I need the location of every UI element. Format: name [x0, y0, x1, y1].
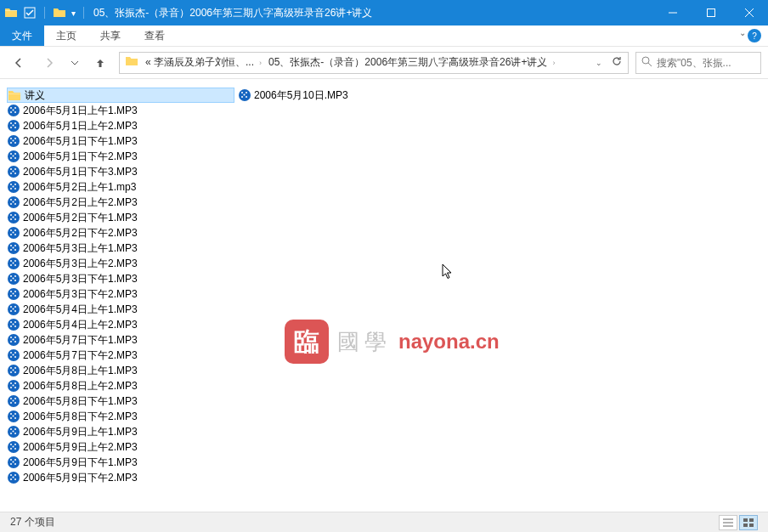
file-item[interactable]: 2006年5月9日下午1.MP3: [7, 455, 234, 470]
up-button[interactable]: [88, 51, 112, 75]
tab-file[interactable]: 文件: [0, 25, 44, 46]
file-name-label: 2006年5月9日上午2.MP3: [23, 440, 138, 455]
file-name-label: 2006年5月3日上午2.MP3: [23, 257, 138, 271]
file-item[interactable]: 2006年5月1日下午3.MP3: [7, 164, 234, 179]
file-item[interactable]: 2006年5月2日下午1.MP3: [7, 210, 234, 225]
file-name-label: 2006年5月8日下午1.MP3: [23, 394, 138, 409]
search-icon: [641, 56, 652, 70]
refresh-button[interactable]: [611, 55, 623, 70]
close-button[interactable]: [730, 0, 768, 25]
folder-icon: [125, 54, 138, 71]
folder-item[interactable]: 讲义: [7, 88, 234, 103]
back-button[interactable]: [7, 51, 31, 75]
svg-point-5: [642, 57, 649, 64]
help-button[interactable]: ?: [748, 29, 761, 42]
maximize-button[interactable]: [692, 0, 730, 25]
watermark-text: 國學: [337, 327, 392, 357]
file-item[interactable]: 2006年5月3日上午1.MP3: [7, 241, 234, 256]
file-name-label: 2006年5月4日上午1.MP3: [23, 303, 138, 317]
tab-share[interactable]: 共享: [88, 25, 133, 46]
view-icons-button[interactable]: [739, 515, 758, 530]
file-name-label: 2006年5月2日下午2.MP3: [23, 226, 138, 241]
file-item[interactable]: 2006年5月3日下午2.MP3: [7, 286, 234, 302]
svg-rect-11: [749, 518, 754, 522]
file-name-label: 讲义: [25, 88, 45, 103]
watermark-url: nayona.cn: [398, 330, 500, 354]
file-item[interactable]: 2006年5月2日下午2.MP3: [7, 225, 234, 241]
minimize-button[interactable]: [653, 0, 692, 25]
file-item[interactable]: 2006年5月8日上午1.MP3: [7, 363, 234, 378]
file-item[interactable]: 2006年5月2日上午1.mp3: [7, 179, 234, 195]
breadcrumb[interactable]: « 李涵辰及弟子刘恒、...›: [145, 55, 262, 70]
file-name-label: 2006年5月7日下午2.MP3: [23, 348, 138, 363]
file-name-label: 2006年5月1日下午3.MP3: [23, 165, 138, 179]
file-name-label: 2006年5月9日下午2.MP3: [23, 471, 138, 485]
recent-dropdown[interactable]: [68, 51, 82, 75]
file-name-label: 2006年5月9日下午1.MP3: [23, 456, 138, 470]
file-item[interactable]: 2006年5月7日下午2.MP3: [7, 348, 234, 363]
file-item[interactable]: 2006年5月2日上午2.MP3: [7, 195, 234, 210]
qat-dropdown-icon[interactable]: ▾: [71, 8, 76, 18]
svg-rect-10: [743, 518, 748, 522]
file-name-label: 2006年5月3日上午1.MP3: [23, 241, 138, 256]
window-title: 05、张振杰-（录音）2006年第三期八字高级班录音26讲+讲义: [93, 6, 372, 20]
file-item[interactable]: 2006年5月8日下午2.MP3: [7, 409, 234, 424]
file-item[interactable]: 2006年5月9日下午2.MP3: [7, 470, 234, 485]
quick-access-toolbar: ▾: [0, 6, 87, 20]
file-name-label: 2006年5月10日.MP3: [254, 88, 348, 103]
file-item[interactable]: 2006年5月10日.MP3: [238, 88, 466, 103]
tab-view[interactable]: 查看: [133, 25, 177, 46]
breadcrumb[interactable]: 05、张振杰-（录音）2006年第三期八字高级班录音26讲+讲义›: [268, 55, 555, 70]
window-controls: [653, 0, 768, 25]
folder-small-icon[interactable]: [53, 6, 66, 20]
search-input[interactable]: [657, 57, 755, 69]
file-item[interactable]: 2006年5月7日下午1.MP3: [7, 332, 234, 348]
file-item[interactable]: 2006年5月3日下午1.MP3: [7, 271, 234, 286]
svg-line-6: [648, 63, 652, 66]
file-item[interactable]: 2006年5月4日上午2.MP3: [7, 317, 234, 332]
status-item-count: 27 个项目: [10, 515, 55, 529]
tab-home[interactable]: 主页: [44, 25, 88, 46]
file-name-label: 2006年5月8日上午1.MP3: [23, 364, 138, 378]
watermark-badge: 臨: [285, 320, 329, 364]
svg-rect-13: [749, 524, 754, 527]
watermark: 臨 國學 nayona.cn: [285, 320, 500, 364]
file-item[interactable]: 2006年5月9日上午2.MP3: [7, 439, 234, 455]
svg-rect-12: [743, 524, 748, 527]
svg-rect-2: [707, 9, 714, 17]
statusbar: 27 个项目: [0, 512, 768, 532]
chevron-right-icon: ›: [552, 59, 555, 67]
file-item[interactable]: 2006年5月1日下午1.MP3: [7, 133, 234, 149]
file-item[interactable]: 2006年5月1日上午1.MP3: [7, 103, 234, 118]
navigation-bar: « 李涵辰及弟子刘恒、...› 05、张振杰-（录音）2006年第三期八字高级班…: [0, 47, 768, 79]
file-name-label: 2006年5月2日下午1.MP3: [23, 211, 138, 225]
forward-button[interactable]: [37, 51, 61, 75]
file-name-label: 2006年5月1日上午1.MP3: [23, 104, 138, 118]
ribbon-tabs: 文件 主页 共享 查看 ⌄ ?: [0, 25, 768, 47]
file-name-label: 2006年5月4日上午2.MP3: [23, 318, 138, 332]
titlebar: ▾ 05、张振杰-（录音）2006年第三期八字高级班录音26讲+讲义: [0, 0, 768, 25]
file-item[interactable]: 2006年5月8日下午1.MP3: [7, 393, 234, 409]
search-box[interactable]: [635, 52, 761, 74]
file-name-label: 2006年5月9日上午1.MP3: [23, 425, 138, 439]
ribbon-expand-icon[interactable]: ⌄: [739, 28, 746, 37]
select-all-icon[interactable]: [23, 6, 37, 20]
file-item[interactable]: 2006年5月4日上午1.MP3: [7, 302, 234, 317]
view-details-button[interactable]: [719, 515, 737, 530]
file-list-area[interactable]: 讲义2006年5月1日上午1.MP32006年5月1日上午2.MP32006年5…: [0, 79, 768, 512]
file-name-label: 2006年5月7日下午1.MP3: [23, 333, 138, 348]
file-item[interactable]: 2006年5月3日上午2.MP3: [7, 256, 234, 271]
file-name-label: 2006年5月1日下午2.MP3: [23, 150, 138, 164]
address-bar[interactable]: « 李涵辰及弟子刘恒、...› 05、张振杰-（录音）2006年第三期八字高级班…: [119, 52, 629, 74]
folder-icon: [4, 6, 18, 20]
file-item[interactable]: 2006年5月1日上午2.MP3: [7, 118, 234, 133]
file-item[interactable]: 2006年5月9日上午1.MP3: [7, 424, 234, 439]
file-name-label: 2006年5月2日上午1.mp3: [23, 180, 136, 195]
file-name-label: 2006年5月2日上午2.MP3: [23, 195, 138, 210]
file-item[interactable]: 2006年5月1日下午2.MP3: [7, 149, 234, 164]
address-dropdown-icon[interactable]: ⌄: [596, 59, 602, 67]
file-name-label: 2006年5月1日下午1.MP3: [23, 134, 138, 149]
file-item[interactable]: 2006年5月8日上午2.MP3: [7, 378, 234, 393]
file-name-label: 2006年5月8日上午2.MP3: [23, 379, 138, 393]
file-name-label: 2006年5月3日下午1.MP3: [23, 272, 138, 286]
